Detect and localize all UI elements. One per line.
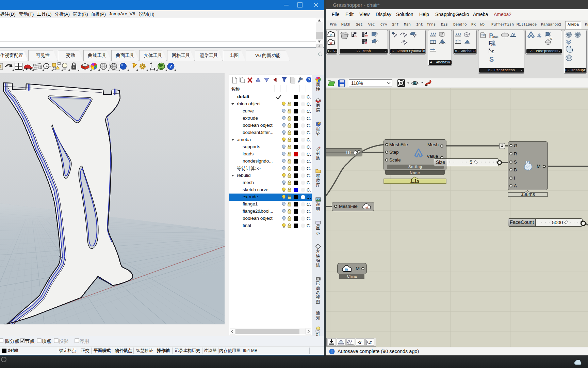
svg-text:?: ?: [308, 78, 310, 82]
svg-text:em: em: [491, 43, 496, 47]
svg-text:ID: ID: [550, 37, 553, 40]
svg-text:!: !: [331, 349, 333, 354]
svg-text:in: in: [330, 34, 332, 37]
svg-text:aras: aras: [492, 35, 499, 39]
svg-text:-x: -x: [358, 340, 362, 345]
svg-text:3D: 3D: [365, 34, 368, 37]
svg-text:5000: 5000: [552, 220, 563, 225]
svg-text:E: E: [370, 341, 372, 345]
svg-text:in: in: [345, 267, 348, 271]
svg-text:M: M: [365, 42, 367, 44]
svg-text:338ms: 338ms: [521, 191, 535, 197]
svg-text:5: 5: [470, 159, 472, 165]
svg-text:1.1s: 1.1s: [410, 178, 419, 184]
svg-text:S: S: [489, 56, 494, 63]
svg-text:E: E: [492, 50, 494, 54]
svg-text:2D: 2D: [354, 34, 357, 37]
svg-text:?: ?: [169, 64, 172, 69]
